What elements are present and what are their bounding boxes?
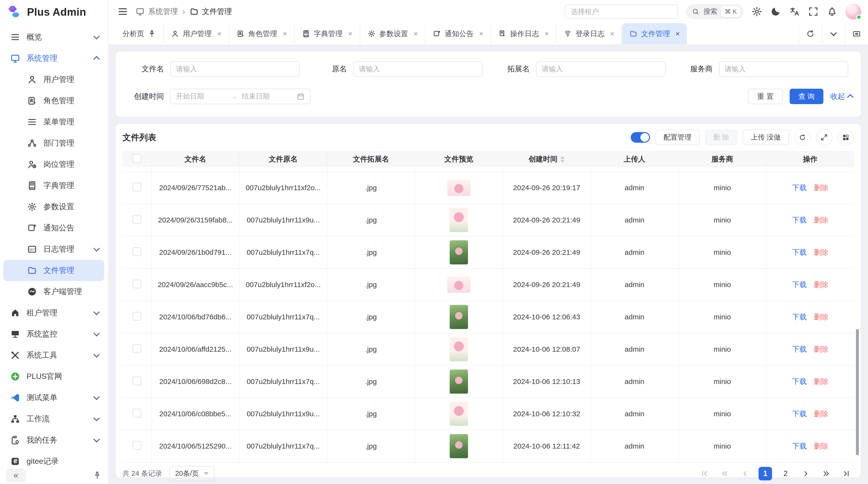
tab-dict-management[interactable]: 字典管理 × [294,23,360,44]
col-actions[interactable]: 操作 [766,151,854,167]
sidebar-item-role-management[interactable]: 角色管理 [0,90,108,111]
sidebar-item-log-management[interactable]: DEV 日志管理 [0,238,108,260]
provider-input[interactable] [719,61,848,77]
download-link[interactable]: 下载 [792,410,807,418]
avatar[interactable] [845,4,861,20]
fullscreen-icon[interactable] [808,6,819,17]
close-icon[interactable]: × [676,30,680,38]
close-icon[interactable]: × [414,30,418,38]
sidebar-item-my-tasks[interactable]: 我的任务 [0,429,108,451]
close-icon[interactable]: × [283,30,287,38]
close-icon[interactable]: × [545,30,549,38]
delete-link[interactable]: 删除 [814,216,828,224]
close-icon[interactable]: × [479,30,484,38]
row-checkbox[interactable] [133,215,141,224]
col-preview[interactable]: 文件预览 [415,151,503,167]
row-checkbox[interactable] [133,183,141,191]
sidebar-item-workflow[interactable]: 工作流 [0,408,108,429]
table-expand-button[interactable] [816,129,832,146]
sidebar-item-file-management[interactable]: 文件管理 [3,260,104,281]
download-link[interactable]: 下载 [792,378,807,385]
row-checkbox[interactable] [133,377,141,385]
extension-input[interactable] [536,61,665,77]
col-uploader[interactable]: 上传人 [590,151,678,167]
row-checkbox[interactable] [133,312,141,321]
prev-page-button[interactable] [738,467,752,480]
sidebar-item-system-monitor[interactable]: 系统监控 [0,323,108,345]
close-icon[interactable]: × [348,30,352,38]
sidebar-item-plus-website[interactable]: PLUS官网 [0,366,108,387]
file-preview-thumb[interactable] [447,180,470,196]
file-preview-thumb[interactable] [450,369,468,394]
sidebar-item-dict-management[interactable]: 字典管理 [0,175,108,196]
pin-sidebar-icon[interactable] [93,471,102,480]
download-link[interactable]: 下载 [792,442,807,450]
row-checkbox[interactable] [133,409,141,417]
row-checkbox[interactable] [133,344,141,353]
file-preview-thumb[interactable] [450,208,468,232]
page-1-button[interactable]: 1 [758,467,772,480]
tab-role-management[interactable]: 角色管理 × [229,23,295,44]
upload-button[interactable]: 上传 没做 [743,130,789,145]
col-created-time[interactable]: 创建时间 [503,151,590,167]
delete-link[interactable]: 删除 [814,184,828,192]
delete-link[interactable]: 删除 [814,313,828,321]
delete-link[interactable]: 删除 [814,378,828,385]
sidebar-item-tenant-management[interactable]: 租户管理 [0,302,108,323]
delete-link[interactable]: 删除 [814,248,828,256]
settings-icon[interactable] [751,6,763,17]
table-refresh-button[interactable] [794,129,811,146]
hamburger-icon[interactable] [117,6,128,17]
toolbar-toggle[interactable] [631,132,650,143]
tab-file-management[interactable]: 文件管理 × [622,23,687,44]
delete-link[interactable]: 删除 [814,345,828,353]
row-checkbox[interactable] [133,441,141,450]
table-columns-button[interactable] [838,129,854,146]
download-link[interactable]: 下载 [792,184,807,192]
breadcrumb-system-management[interactable]: 系统管理 [135,6,178,17]
notifications-icon[interactable] [827,6,838,17]
next-5-pages-button[interactable] [819,467,833,480]
sidebar-collapse-button[interactable]: « [6,469,26,482]
delete-link[interactable]: 删除 [814,281,828,289]
delete-button[interactable]: 删 除 [705,130,737,145]
tab-operation-log[interactable]: 操作日志 × [491,23,557,44]
col-file-name[interactable]: 文件名 [151,151,239,167]
select-all-checkbox[interactable] [133,154,141,163]
sidebar-item-system-management[interactable]: 系统管理 [0,48,108,69]
sidebar-item-test-menu[interactable]: 测试菜单 [0,387,108,408]
sidebar-item-gitee-record[interactable]: gitee记录 [0,451,108,466]
next-page-button[interactable] [799,467,812,480]
file-preview-thumb[interactable] [450,434,468,458]
row-checkbox[interactable] [133,280,141,288]
sidebar-item-overview[interactable]: 概览 [0,27,108,48]
sort-carets-icon[interactable] [560,156,565,163]
tab-param-settings[interactable]: 参数设置 × [360,23,426,44]
last-page-button[interactable] [840,467,853,480]
close-icon[interactable]: × [610,30,614,38]
download-link[interactable]: 下载 [792,345,807,353]
tab-notice[interactable]: 通知公告 × [426,23,491,44]
delete-link[interactable]: 删除 [814,442,828,450]
sidebar-item-notice[interactable]: 通知公告 [0,218,108,238]
close-icon[interactable]: × [217,30,222,38]
download-link[interactable]: 下载 [792,248,807,256]
col-provider[interactable]: 服务商 [679,151,766,167]
col-extension[interactable]: 文件拓展名 [327,151,415,167]
query-button[interactable]: 查 询 [789,89,824,104]
sidebar-item-menu-management[interactable]: 菜单管理 [0,111,108,133]
file-preview-thumb[interactable] [450,402,468,426]
sidebar-item-dept-management[interactable]: 部门管理 [0,133,108,154]
sidebar-item-param-settings[interactable]: 参数设置 [0,196,108,218]
sidebar-item-client-management[interactable]: 客户端管理 [0,281,108,302]
col-original-name[interactable]: 文件原名 [239,151,327,167]
row-checkbox[interactable] [133,247,141,256]
file-preview-thumb[interactable] [450,337,468,361]
file-preview-thumb[interactable] [450,240,468,264]
date-range-input[interactable]: 开始日期 → 结束日期 [170,89,311,104]
sidebar-item-user-management[interactable]: 用户管理 [0,69,108,90]
first-page-button[interactable] [698,467,711,480]
page-2-button[interactable]: 2 [779,467,792,480]
tabs-more-button[interactable] [822,23,845,44]
reset-button[interactable]: 重 置 [748,89,783,104]
